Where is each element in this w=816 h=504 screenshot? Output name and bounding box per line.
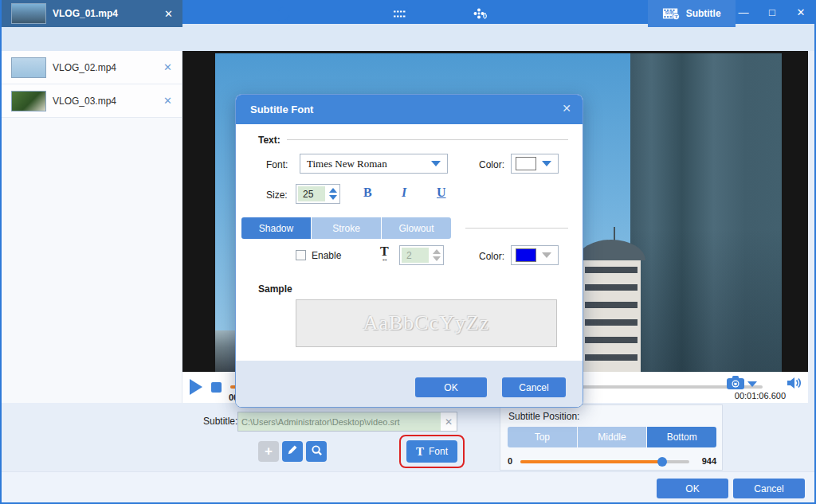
pencil-icon <box>287 444 298 459</box>
svg-text:T: T <box>674 14 678 19</box>
stop-icon[interactable] <box>211 382 222 393</box>
position-title: Subtitle Position: <box>508 411 579 422</box>
snapshot-dropdown-icon[interactable] <box>747 381 757 387</box>
size-value: 25 <box>298 186 325 201</box>
ok-button[interactable]: OK <box>657 479 728 498</box>
spinner-up-icon <box>433 249 441 254</box>
film-effect-icon <box>392 5 410 22</box>
music-icon: ♪ <box>573 5 590 22</box>
shadow-color-label: Color: <box>479 251 504 262</box>
remove-clip-icon[interactable]: ✕ <box>164 8 173 20</box>
effect-tabs: Shadow Stroke Glowout <box>241 217 451 239</box>
sample-preview: AaBbCcYyZz <box>296 299 557 347</box>
cancel-button[interactable]: Cancel <box>733 479 805 498</box>
clip-name: VLOG_01.mp4 <box>53 8 118 19</box>
tab-cut[interactable]: ✂ Cut <box>206 0 246 27</box>
remove-clip-icon[interactable]: ✕ <box>163 95 172 107</box>
tab-stroke[interactable]: Stroke <box>312 217 382 239</box>
dialog-title: Subtitle Font <box>236 104 313 115</box>
clip-thumbnail <box>11 3 46 24</box>
shadow-color-swatch <box>516 248 536 262</box>
shadow-size-spinner[interactable]: 2 <box>399 245 444 265</box>
dialog-close-icon[interactable]: ✕ <box>562 102 571 115</box>
app-window: Video Editor — □ ✕ VLOG_01.mp4 ✕ ✂ Cut R… <box>0 0 816 504</box>
remove-clip-icon[interactable]: ✕ <box>163 61 172 73</box>
enable-checkbox[interactable] <box>296 250 306 260</box>
tab-subtitle-label: Subtitle <box>686 8 721 19</box>
tab-music-label: Music <box>597 8 624 19</box>
toolbar <box>2 24 814 51</box>
font-color-select[interactable] <box>511 154 559 174</box>
white-building <box>582 252 641 372</box>
font-family-value: Times New Roman <box>300 158 431 170</box>
shadow-color-select[interactable] <box>511 245 559 265</box>
playlist-item[interactable]: VLOG_03.mp4 ✕ <box>2 84 182 118</box>
clear-path-icon[interactable]: ✕ <box>441 412 457 431</box>
playlist-item-selected[interactable]: VLOG_01.mp4 ✕ <box>2 0 182 27</box>
font-color-swatch <box>516 157 536 170</box>
snapshot-icon[interactable] <box>726 375 745 393</box>
tab-watermark-label: Watermark <box>495 8 544 19</box>
scissors-icon: ✂ <box>206 5 224 22</box>
position-slider[interactable] <box>520 460 689 463</box>
tab-music[interactable]: ♪ Music <box>573 0 624 27</box>
volume-icon[interactable] <box>786 376 803 393</box>
sample-label: Sample <box>258 283 292 295</box>
search-subtitle-button[interactable] <box>306 441 327 462</box>
tab-rotate-crop[interactable]: Rotate & Crop <box>275 0 363 27</box>
chevron-down-icon <box>431 161 441 166</box>
tab-glowout[interactable]: Glowout <box>382 217 451 239</box>
edit-subtitle-button[interactable] <box>282 441 303 462</box>
skyscraper <box>630 53 782 372</box>
tabs-divider <box>465 228 568 229</box>
underline-button[interactable]: U <box>437 186 446 200</box>
highlight-ring <box>399 435 465 468</box>
bold-button[interactable]: B <box>363 186 372 200</box>
tab-shadow[interactable]: Shadow <box>241 217 312 239</box>
svg-text:SUB: SUB <box>665 10 673 15</box>
dialog-header[interactable]: Subtitle Font ✕ <box>236 95 583 124</box>
text-section-label: Text: <box>258 135 280 146</box>
dialog-ok-button[interactable]: OK <box>415 377 487 397</box>
position-slider-fill <box>520 460 662 463</box>
font-family-select[interactable]: Times New Roman <box>300 154 448 174</box>
subtitle-position-panel: Subtitle Position: Top Middle Bottom 0 9… <box>500 404 723 471</box>
position-slider-handle[interactable] <box>657 457 667 467</box>
subtitle-controls: Subtitle: ✕ + T Font Subtitle Position: … <box>2 403 814 471</box>
play-icon[interactable] <box>190 379 202 395</box>
position-bottom-button[interactable]: Bottom <box>647 427 716 447</box>
chevron-down-icon <box>542 252 551 258</box>
tab-cut-label: Cut <box>230 8 246 19</box>
spinner-down-icon[interactable] <box>329 195 337 200</box>
subtitle-font-dialog: Subtitle Font ✕ Text: Font: Times New Ro… <box>235 94 583 408</box>
footer-bar: OK Cancel <box>2 471 814 502</box>
font-label: Font: <box>266 159 288 170</box>
playlist-item[interactable]: VLOG_02.mp4 ✕ <box>2 51 182 84</box>
italic-button[interactable]: I <box>402 186 406 200</box>
spinner-down-icon <box>433 256 441 261</box>
tab-effect-label: Effect <box>416 8 442 19</box>
tab-watermark[interactable]: Watermark <box>471 0 544 27</box>
dialog-cancel-button[interactable]: Cancel <box>502 377 566 397</box>
subtitle-path-input[interactable] <box>238 412 441 431</box>
section-divider <box>287 139 568 140</box>
clip-name: VLOG_03.mp4 <box>53 96 116 107</box>
clip-thumbnail <box>11 57 46 78</box>
slider-min-label: 0 <box>508 456 512 466</box>
tab-subtitle[interactable]: SUBT Subtitle <box>648 0 736 27</box>
tab-effect[interactable]: Effect <box>392 0 442 27</box>
size-spinner[interactable]: 25 <box>296 184 340 204</box>
position-middle-button[interactable]: Middle <box>578 427 648 447</box>
chevron-down-icon <box>542 161 551 166</box>
subtitle-icon: SUBT <box>662 5 680 22</box>
plus-icon: + <box>265 443 273 459</box>
text-width-icon: T↔ <box>380 247 389 261</box>
position-top-button[interactable]: Top <box>508 427 578 447</box>
playlist-panel: VLOG_02.mp4 ✕ VLOG_03.mp4 ✕ <box>2 51 182 403</box>
toolbar-items: ✂ Cut Rotate & Crop Effect Watermark ♪ M… <box>182 0 814 27</box>
slider-max-label: 944 <box>702 456 716 466</box>
size-label: Size: <box>266 189 288 201</box>
add-subtitle-button[interactable]: + <box>258 441 279 462</box>
clip-name: VLOG_02.mp4 <box>53 62 116 73</box>
spinner-up-icon[interactable] <box>329 188 337 193</box>
